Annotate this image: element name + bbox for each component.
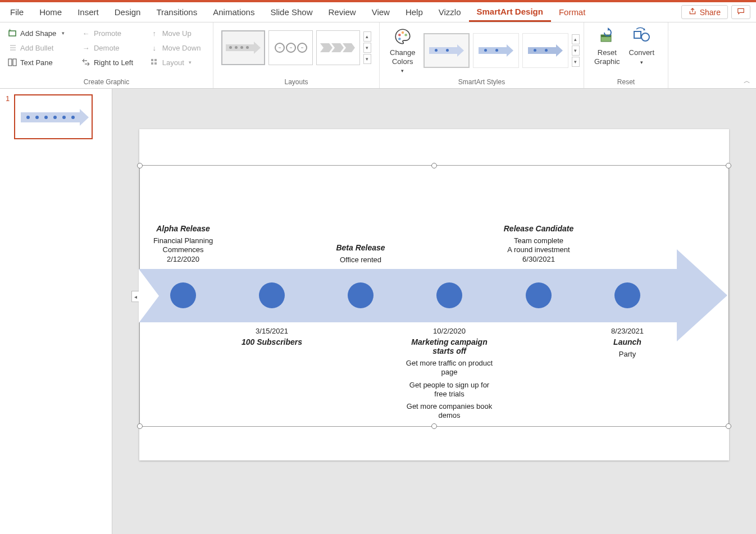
timeline-arrow-body[interactable] (139, 269, 677, 322)
move-down-button[interactable]: ↓ Move Down (149, 42, 206, 54)
style-option-1[interactable] (423, 33, 470, 68)
layouts-more[interactable]: ▾ (363, 54, 371, 64)
layout-dropdown[interactable]: Layout ▾ (149, 56, 206, 69)
svg-point-22 (404, 34, 407, 36)
chevron-down-icon: ▾ (189, 60, 192, 65)
text-pane-button[interactable]: Text Pane (7, 56, 70, 69)
svg-rect-10 (154, 62, 157, 65)
right-to-left-button[interactable]: Right to Left (80, 56, 139, 69)
layout-label: Layout (162, 58, 184, 67)
text-pane-toggle[interactable]: ◂ (131, 291, 139, 302)
group-layouts: ▴ ▾ ▾ Layouts (213, 22, 380, 88)
selection-handle[interactable] (726, 163, 731, 168)
tab-file[interactable]: File (2, 2, 31, 22)
timeline-milestone[interactable]: 8/23/2021LaunchParty (582, 327, 672, 359)
svg-rect-27 (634, 31, 641, 38)
timeline-milestone[interactable]: Release CandidateTeam completeA round in… (494, 224, 584, 266)
timeline-dot[interactable] (259, 282, 285, 308)
milestone-title: Launch (582, 337, 672, 346)
layout-icon (150, 58, 159, 67)
selection-handle[interactable] (726, 423, 731, 429)
move-up-button[interactable]: ↑ Move Up (149, 27, 206, 39)
promote-button[interactable]: ← Promote (80, 27, 139, 39)
demote-button[interactable]: → Demote (80, 42, 139, 54)
milestone-line: Office rented (316, 255, 406, 264)
selection-handle[interactable] (431, 423, 437, 429)
svg-rect-8 (154, 59, 157, 61)
timeline-dot[interactable] (614, 282, 640, 308)
group-label-layouts: Layouts (220, 78, 372, 87)
arrow-up-icon: ↑ (150, 29, 159, 38)
reset-graphic-button[interactable]: Reset Graphic (591, 27, 623, 66)
add-bullet-button[interactable]: Add Bullet (7, 42, 70, 54)
styles-more[interactable]: ▾ (572, 57, 580, 67)
layouts-scroll-down[interactable]: ▾ (363, 43, 371, 53)
text-pane-label: Text Pane (20, 58, 53, 67)
timeline-dot[interactable] (348, 282, 374, 308)
tab-design[interactable]: Design (107, 2, 149, 22)
add-bullet-icon (8, 43, 17, 52)
change-colors-button[interactable]: Change Colors ▾ (386, 27, 419, 75)
convert-button[interactable]: Convert▾ (626, 27, 658, 66)
palette-icon (393, 27, 412, 46)
milestone-title: Release Candidate (494, 224, 584, 233)
timeline-dot[interactable] (436, 282, 462, 308)
layout-option-1[interactable] (221, 30, 265, 65)
styles-scroll-up[interactable]: ▴ (572, 34, 580, 44)
slide-canvas-area[interactable]: ◂ Alpha ReleaseFinancial PlanningCommenc… (112, 89, 756, 534)
style-option-3[interactable] (522, 33, 568, 68)
slide-thumbnail-1[interactable] (14, 94, 93, 139)
collapse-ribbon-button[interactable]: ︿ (744, 76, 750, 86)
svg-marker-18 (331, 43, 344, 52)
group-smartart-styles: Change Colors ▾ ▴ ▾ ▾ SmartArt Styl (380, 22, 584, 88)
tab-format[interactable]: Format (551, 2, 594, 22)
workspace: 1 ◂ (0, 89, 756, 534)
tab-help[interactable]: Help (398, 2, 431, 22)
svg-point-23 (398, 38, 401, 40)
slide[interactable]: ◂ Alpha ReleaseFinancial PlanningCommenc… (139, 129, 729, 460)
timeline-arrow-notch (139, 269, 159, 323)
tab-view[interactable]: View (364, 2, 398, 22)
tab-animations[interactable]: Animations (205, 2, 262, 22)
timeline-dot[interactable] (526, 282, 552, 308)
milestone-date: 10/2/2020 (404, 327, 494, 335)
comments-button[interactable] (731, 5, 750, 19)
selection-handle[interactable] (431, 163, 437, 168)
timeline-milestone[interactable]: 3/15/2021100 Subscribers (227, 327, 317, 350)
slide-thumbnail-panel: 1 (0, 89, 112, 534)
chevron-down-icon: ▾ (401, 68, 404, 74)
tab-home[interactable]: Home (31, 2, 70, 22)
timeline-milestone[interactable]: 10/2/2020Marketing campaign starts offGe… (404, 327, 494, 421)
tab-review[interactable]: Review (320, 2, 363, 22)
style-option-2[interactable] (473, 33, 519, 68)
milestone-title: Marketing campaign starts off (404, 337, 494, 355)
timeline-arrow-head[interactable] (677, 249, 727, 341)
tab-vizzlo[interactable]: Vizzlo (431, 2, 469, 22)
timeline-dot[interactable] (170, 282, 196, 308)
milestone-line: Financial Planning (138, 236, 228, 245)
tab-smartart-design[interactable]: SmartArt Design (469, 2, 551, 22)
group-label-create-graphic: Create Graphic (7, 78, 206, 87)
layout-option-2[interactable] (268, 30, 312, 65)
milestone-title: Alpha Release (138, 224, 228, 233)
svg-marker-19 (343, 43, 355, 52)
milestone-title: Beta Release (316, 243, 406, 252)
timeline-milestone[interactable]: Alpha ReleaseFinancial PlanningCommences… (138, 224, 228, 266)
tab-insert[interactable]: Insert (70, 2, 107, 22)
tab-transitions[interactable]: Transitions (148, 2, 205, 22)
ribbon-tabs: File Home Insert Design Transitions Anim… (0, 2, 756, 22)
add-shape-button[interactable]: + Add Shape ▾ (7, 27, 70, 39)
timeline-milestone[interactable]: Beta ReleaseOffice rented (316, 243, 406, 264)
group-reset: Reset Graphic Convert▾ Reset (584, 22, 668, 88)
layouts-scroll-up[interactable]: ▴ (363, 31, 371, 42)
svg-rect-9 (151, 62, 153, 65)
selection-handle[interactable] (137, 163, 143, 168)
milestone-date: 6/30/2021 (494, 255, 584, 263)
tab-slideshow[interactable]: Slide Show (262, 2, 320, 22)
svg-rect-5 (8, 59, 12, 66)
styles-scroll-down[interactable]: ▾ (572, 45, 580, 56)
layout-option-3[interactable] (316, 30, 360, 65)
share-button[interactable]: Share (681, 5, 728, 19)
milestone-date: 2/12/2020 (138, 255, 228, 263)
selection-handle[interactable] (137, 423, 143, 429)
